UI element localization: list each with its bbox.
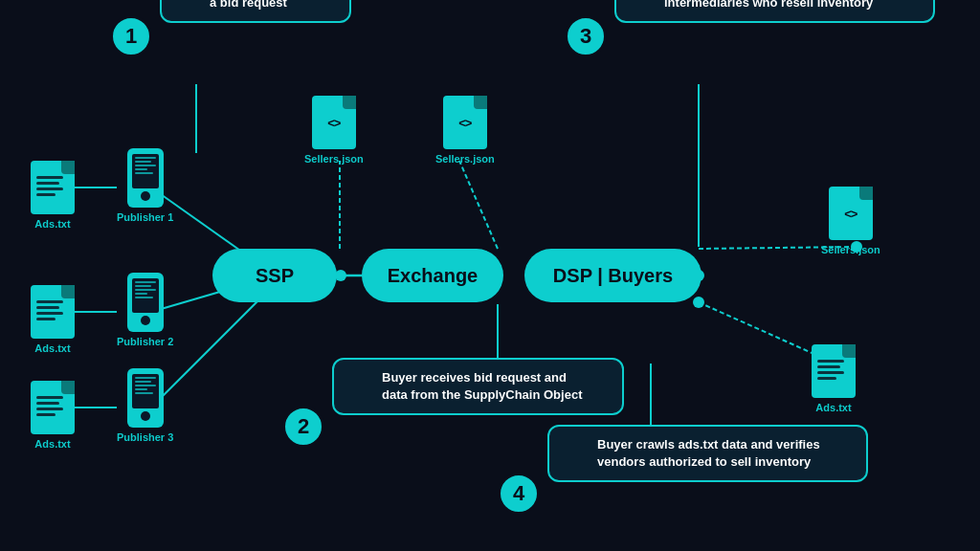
callout-4-text: Buyer crawls ads.txt data and verifiesve…	[597, 437, 820, 469]
phone-pub3: Publisher 3	[117, 368, 173, 443]
callout-2: Buyer receives bid request anddata from …	[332, 358, 624, 415]
svg-line-9	[459, 161, 498, 249]
ads-txt-pub1: Ads.txt	[31, 161, 75, 230]
callout-3-text: Buyer looks up the identities of allinte…	[664, 0, 873, 10]
badge-2: 2	[282, 406, 324, 448]
callout-2-container: 2 Buyer receives bid request anddata fro…	[282, 400, 574, 457]
sellers-json-1: <> Sellers.json	[304, 96, 364, 165]
ssp-node: SSP	[212, 249, 337, 302]
sellers-json-2: <> Sellers.json	[435, 96, 495, 165]
exchange-node: Exchange	[362, 249, 503, 302]
ads-txt-label-pub3: Ads.txt	[34, 438, 70, 450]
ads-txt-pub2: Ads.txt	[31, 285, 75, 354]
sellers-json-3: <> Sellers.json	[821, 187, 880, 255]
callout-4: Buyer crawls ads.txt data and verifiesve…	[547, 425, 868, 482]
badge-4: 4	[498, 473, 540, 515]
callout-1-container: 1 Publisher sendsa bid request	[110, 8, 301, 65]
callout-2-text: Buyer receives bid request anddata from …	[382, 370, 582, 402]
badge-1: 1	[110, 15, 152, 57]
sellers-json-label-3: Sellers.json	[821, 244, 880, 255]
sellers-json-label-1: Sellers.json	[304, 153, 364, 165]
ads-txt-right: Ads.txt	[812, 344, 856, 413]
dsp-label: DSP | Buyers	[553, 265, 673, 287]
callout-1-text: Publisher sendsa bid request	[210, 0, 305, 10]
pub3-label: Publisher 3	[117, 431, 173, 443]
sellers-json-label-2: Sellers.json	[435, 153, 495, 165]
pub1-label: Publisher 1	[117, 211, 173, 223]
callout-1: Publisher sendsa bid request	[160, 0, 351, 23]
ads-txt-pub3: Ads.txt	[31, 381, 75, 450]
ads-txt-label-pub2: Ads.txt	[34, 342, 70, 354]
ads-txt-label-right: Ads.txt	[815, 402, 851, 413]
pub2-label: Publisher 2	[117, 336, 173, 347]
callout-3-container: 3 Buyer looks up the identities of allin…	[565, 8, 885, 65]
phone-pub2: Publisher 2	[117, 273, 173, 347]
svg-point-23	[693, 297, 704, 308]
exchange-label: Exchange	[388, 265, 478, 287]
dsp-node: DSP | Buyers	[524, 249, 702, 302]
phone-pub1: Publisher 1	[117, 148, 173, 223]
callout-3: Buyer looks up the identities of allinte…	[614, 0, 935, 23]
ads-txt-label-pub1: Ads.txt	[34, 218, 70, 230]
badge-3: 3	[565, 15, 607, 57]
callout-4-container: 4 Buyer crawls ads.txt data and verifies…	[498, 467, 818, 524]
ssp-label: SSP	[256, 265, 294, 287]
